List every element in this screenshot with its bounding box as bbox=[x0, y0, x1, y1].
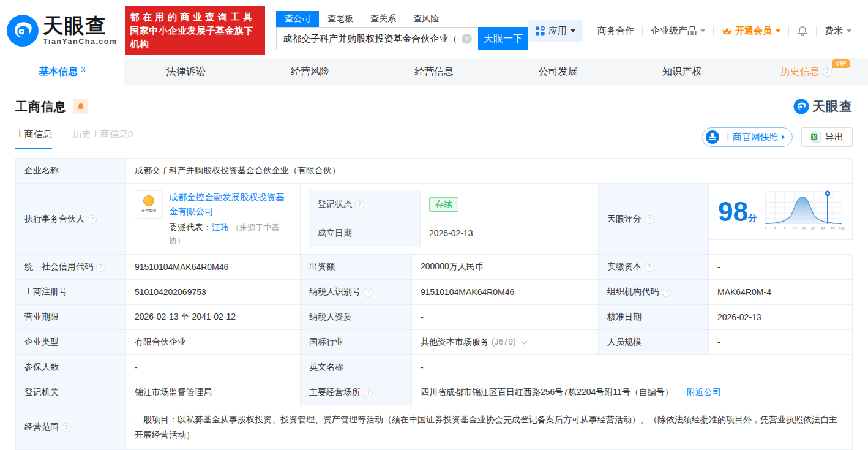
company-type-value: 有限合伙企业 bbox=[126, 330, 301, 355]
approval-date-value: 2026-02-13 bbox=[709, 305, 853, 330]
business-info-table: 企业名称 成都交子科产并购股权投资基金合伙企业（有限合伙） 执行事务合伙人 金控… bbox=[15, 158, 853, 450]
nav-open-vip[interactable]: 开通会员 bbox=[714, 25, 788, 37]
help-icon[interactable] bbox=[96, 263, 105, 272]
search-input[interactable] bbox=[276, 27, 478, 50]
score-unit: 分 bbox=[748, 212, 757, 223]
insured-count-value: - bbox=[126, 355, 301, 380]
english-name-value: - bbox=[412, 355, 853, 380]
main-content: 工商信息 天眼查 工商信息 历史工商信息0 bbox=[0, 98, 868, 450]
tab-operating-risk[interactable]: 经营风险 bbox=[248, 58, 372, 86]
chevron-down-icon bbox=[700, 29, 705, 32]
clear-icon[interactable] bbox=[462, 34, 472, 44]
business-scope-value: 一般项目：以私募基金从事股权投资、投资管理、资产管理等活动（须在中国证券投资基金… bbox=[126, 405, 853, 450]
search-tab-boss[interactable]: 查老板 bbox=[319, 11, 362, 27]
svg-text:0: 0 bbox=[764, 227, 766, 231]
nearby-companies-link[interactable]: 附近公司 bbox=[687, 387, 721, 397]
tab-intellectual-property[interactable]: 知识产权 bbox=[620, 58, 744, 86]
arrow-right-icon bbox=[782, 135, 785, 140]
search-tab-risk[interactable]: 查风险 bbox=[405, 11, 447, 27]
brand-domain: TianYanCha.com bbox=[43, 37, 118, 46]
help-icon[interactable] bbox=[364, 388, 373, 397]
svg-text:15: 15 bbox=[791, 227, 796, 231]
company-name-value: 成都交子科产并购股权投资基金合伙企业（有限合伙） bbox=[126, 159, 853, 184]
official-snapshot-button[interactable]: 工商官网快照 bbox=[702, 127, 793, 147]
search-button[interactable]: 天眼一下 bbox=[478, 27, 528, 50]
help-icon[interactable] bbox=[645, 263, 654, 272]
nav-cooperation[interactable]: 商务合作 bbox=[589, 25, 642, 37]
reg-status-label-text: 登记状态 bbox=[318, 199, 352, 210]
nav-user-menu[interactable]: 费米 bbox=[817, 25, 859, 37]
subtab-history-business-info[interactable]: 历史工商信息0 bbox=[73, 129, 133, 149]
industry-value: 其他资本市场服务 (J679) bbox=[412, 330, 599, 355]
company-type-label: 企业类型 bbox=[16, 330, 126, 355]
tab-operating-info[interactable]: 经营信息 bbox=[372, 58, 496, 86]
help-icon[interactable] bbox=[364, 288, 373, 297]
nav-apps-label: 应用 bbox=[548, 25, 567, 37]
address-label-text: 主要经营场所 bbox=[309, 387, 361, 397]
delegate-name-link[interactable]: 江玮 bbox=[212, 222, 229, 232]
taxpayer-quality-label: 纳税人资质 bbox=[301, 305, 412, 330]
industry-code: (J679) bbox=[492, 337, 516, 347]
credit-code-label-text: 统一社会信用代码 bbox=[24, 261, 93, 271]
partner-label: 执行事务合伙人 bbox=[16, 184, 126, 255]
business-term-label: 营业期限 bbox=[16, 305, 126, 330]
table-row: 执行事务合伙人 金控集团 成都金控金融发展股权投资基金有限公司 委派代表：江玮 … bbox=[16, 184, 853, 255]
search-area: 查公司 查老板 查关系 查风险 天眼一下 bbox=[276, 11, 528, 50]
search-tab-relation[interactable]: 查关系 bbox=[362, 11, 405, 27]
score-axis-ticks: 0 1 3 15 50 85 97 99 100 bbox=[764, 227, 845, 231]
help-icon[interactable] bbox=[823, 67, 832, 77]
status-badge: 存续 bbox=[429, 197, 458, 212]
capital-label: 出资额 bbox=[301, 255, 412, 280]
partner-company-link[interactable]: 成都金控金融发展股权投资基金有限公司 bbox=[169, 192, 285, 216]
chevron-down-icon bbox=[571, 29, 575, 32]
tab-basic-info[interactable]: 基本信息 3 bbox=[0, 58, 124, 86]
help-icon[interactable] bbox=[355, 200, 364, 209]
tab-history-info[interactable]: 历史信息 VIP bbox=[744, 58, 868, 86]
tab-basic-info-label: 基本信息 bbox=[39, 66, 78, 78]
registry-label: 登记机关 bbox=[16, 380, 126, 405]
chevron-down-icon bbox=[776, 29, 780, 32]
stamp-icon bbox=[706, 130, 719, 144]
svg-text:1: 1 bbox=[774, 227, 776, 231]
section-title: 工商信息 bbox=[15, 99, 67, 115]
org-code-label: 组织机构代码 bbox=[599, 280, 709, 305]
taxpayer-id-label: 纳税人识别号 bbox=[301, 280, 412, 305]
paid-capital-value: - bbox=[709, 255, 853, 280]
tianyancha-logo[interactable]: 天眼查 TianYanCha.com bbox=[6, 14, 118, 47]
promo-banner-line1: 都在用的商业查询工具 bbox=[130, 10, 260, 24]
address-value: 四川省成都市锦江区百日红西路256号7栋2204号附11号（自编号） 附近公司 bbox=[412, 380, 853, 405]
score-label-text: 天眼评分 bbox=[607, 214, 642, 223]
chevron-down-icon[interactable] bbox=[522, 339, 528, 345]
business-scope-label-text: 经营范围 bbox=[24, 422, 59, 432]
tab-history-label: 历史信息 bbox=[780, 66, 820, 78]
nav-vip-label: 开通会员 bbox=[735, 25, 772, 37]
search-tab-company[interactable]: 查公司 bbox=[276, 11, 319, 27]
watermark-logo: 天眼查 bbox=[793, 98, 853, 115]
paid-capital-label-text: 实缴资本 bbox=[607, 261, 642, 271]
help-icon[interactable] bbox=[88, 215, 97, 224]
help-icon[interactable] bbox=[662, 288, 671, 297]
nav-enterprise-products[interactable]: 企业级产品 bbox=[643, 25, 713, 37]
org-code-label-text: 组织机构代码 bbox=[607, 287, 659, 296]
vip-badge: VIP bbox=[832, 59, 850, 68]
help-icon[interactable] bbox=[645, 215, 654, 224]
subscribe-bell-icon[interactable] bbox=[73, 99, 88, 114]
nav-apps[interactable]: 应用 bbox=[528, 20, 583, 42]
taxpayer-id-label-text: 纳税人识别号 bbox=[309, 287, 361, 296]
help-icon[interactable] bbox=[62, 423, 71, 432]
score-cell: 98分 bbox=[709, 184, 853, 240]
partner-label-text: 执行事务合伙人 bbox=[24, 214, 84, 223]
tab-legal-proceedings[interactable]: 法律诉讼 bbox=[124, 58, 249, 86]
score-value: 98 bbox=[718, 197, 748, 227]
table-row: 参保人数 - 英文名称 - bbox=[16, 355, 853, 380]
tab-company-development[interactable]: 公司发展 bbox=[496, 58, 620, 86]
top-navigation: 应用 商务合作 企业级产品 开通会员 费米 bbox=[528, 20, 859, 42]
header: 天眼查 TianYanCha.com 都在用的商业查询工具 国家中小企业发展子基… bbox=[0, 6, 868, 55]
partner-logo-text: 金控集团 bbox=[141, 208, 156, 214]
subtab-business-info[interactable]: 工商信息 bbox=[15, 129, 52, 149]
address-label: 主要经营场所 bbox=[301, 380, 412, 405]
notification-bell-icon[interactable] bbox=[789, 25, 816, 37]
export-button[interactable]: 导出 bbox=[801, 127, 853, 147]
table-row: 工商注册号 510104202069753 纳税人识别号 91510104MAK… bbox=[16, 280, 853, 305]
svg-text:99: 99 bbox=[830, 227, 835, 231]
